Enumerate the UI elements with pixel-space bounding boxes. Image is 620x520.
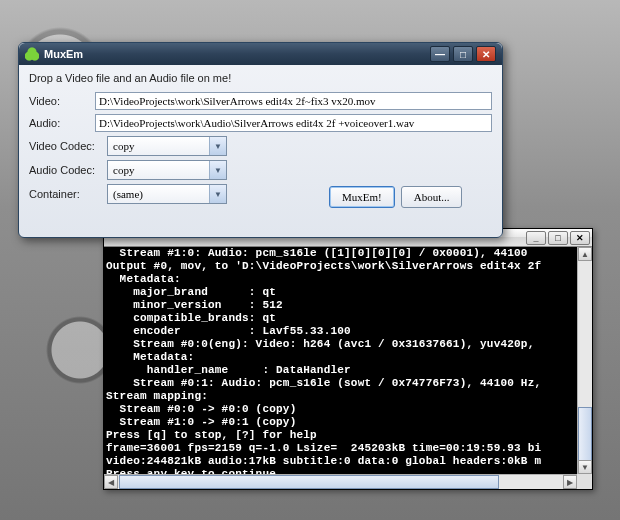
audio-path-input[interactable] [95,114,492,132]
video-codec-label: Video Codec: [29,140,107,152]
console-horizontal-scrollbar[interactable]: ◀ ▶ [104,474,577,489]
scroll-thumb-h[interactable] [119,475,499,489]
app-icon [25,47,39,61]
scroll-up-icon[interactable]: ▲ [578,247,592,261]
console-maximize-button[interactable]: □ [548,231,568,245]
audio-codec-select[interactable]: copy ▼ [107,160,227,180]
muxem-window: MuxEm — □ ✕ Drop a Video file and an Aud… [18,42,503,238]
scroll-right-icon[interactable]: ▶ [563,475,577,489]
console-output: Stream #1:0: Audio: pcm_s16le ([1][0][0]… [104,247,577,474]
about-button[interactable]: About... [401,186,463,208]
container-value: (same) [108,188,209,200]
video-label: Video: [29,95,95,107]
container-select[interactable]: (same) ▼ [107,184,227,204]
container-label: Container: [29,188,107,200]
muxem-titlebar[interactable]: MuxEm — □ ✕ [19,43,502,65]
minimize-button[interactable]: — [430,46,450,62]
muxem-button[interactable]: MuxEm! [329,186,395,208]
scroll-corner [577,474,592,489]
close-button[interactable]: ✕ [476,46,496,62]
scroll-left-icon[interactable]: ◀ [104,475,118,489]
console-minimize-button[interactable]: _ [526,231,546,245]
audio-codec-label: Audio Codec: [29,164,107,176]
maximize-button[interactable]: □ [453,46,473,62]
console-close-button[interactable]: ✕ [570,231,590,245]
instruction-text: Drop a Video file and an Audio file on m… [29,72,492,84]
audio-label: Audio: [29,117,95,129]
video-codec-select[interactable]: copy ▼ [107,136,227,156]
console-window: _ □ ✕ Stream #1:0: Audio: pcm_s16le ([1]… [103,228,593,490]
window-title: MuxEm [44,48,83,60]
chevron-down-icon[interactable]: ▼ [209,185,226,203]
audio-codec-value: copy [108,164,209,176]
video-codec-value: copy [108,140,209,152]
chevron-down-icon[interactable]: ▼ [209,161,226,179]
console-vertical-scrollbar[interactable]: ▲ ▼ [577,247,592,474]
chevron-down-icon[interactable]: ▼ [209,137,226,155]
video-path-input[interactable] [95,92,492,110]
scroll-down-icon[interactable]: ▼ [578,460,592,474]
